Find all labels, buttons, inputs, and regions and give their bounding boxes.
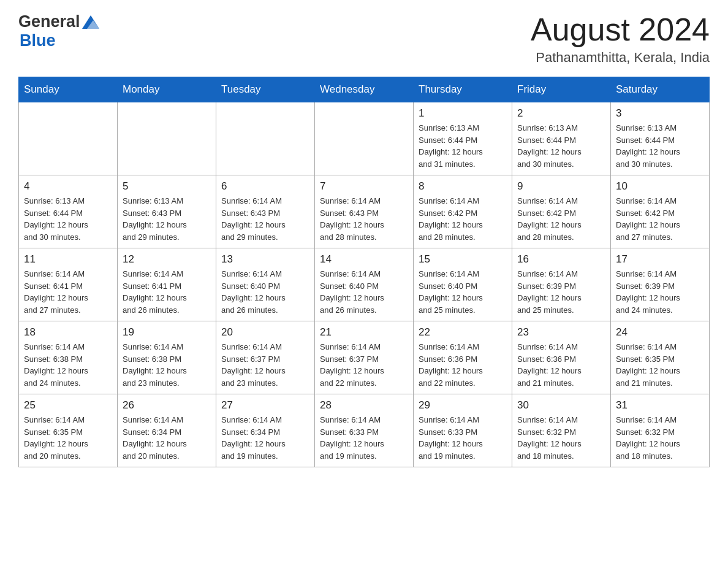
day-info: Sunrise: 6:14 AMSunset: 6:43 PMDaylight:…	[320, 195, 408, 243]
calendar-cell-w1-d4	[315, 102, 414, 175]
day-info: Sunrise: 6:14 AMSunset: 6:35 PMDaylight:…	[616, 341, 704, 389]
day-number: 23	[517, 326, 605, 339]
day-number: 29	[419, 399, 507, 412]
weekday-header-monday: Monday	[118, 77, 216, 102]
day-info: Sunrise: 6:13 AMSunset: 6:44 PMDaylight:…	[419, 122, 507, 170]
calendar-week-1: 1Sunrise: 6:13 AMSunset: 6:44 PMDaylight…	[19, 102, 710, 175]
calendar-cell-w5-d3: 27Sunrise: 6:14 AMSunset: 6:34 PMDayligh…	[216, 394, 315, 467]
day-number: 8	[419, 180, 507, 193]
day-number: 25	[24, 399, 112, 412]
calendar-cell-w4-d5: 22Sunrise: 6:14 AMSunset: 6:36 PMDayligh…	[414, 321, 512, 394]
day-number: 16	[517, 253, 605, 266]
calendar-cell-w4-d2: 19Sunrise: 6:14 AMSunset: 6:38 PMDayligh…	[118, 321, 216, 394]
day-number: 28	[320, 399, 408, 412]
weekday-header-thursday: Thursday	[414, 77, 512, 102]
day-info: Sunrise: 6:14 AMSunset: 6:37 PMDaylight:…	[320, 341, 408, 389]
day-number: 21	[320, 326, 408, 339]
day-number: 30	[517, 399, 605, 412]
location-subtitle: Pathanamthitta, Kerala, India	[531, 50, 710, 66]
day-info: Sunrise: 6:14 AMSunset: 6:41 PMDaylight:…	[123, 268, 211, 316]
logo-general-text: General	[18, 12, 80, 31]
weekday-header-wednesday: Wednesday	[315, 77, 414, 102]
calendar-cell-w3-d6: 16Sunrise: 6:14 AMSunset: 6:39 PMDayligh…	[512, 248, 611, 321]
day-number: 9	[517, 180, 605, 193]
calendar-cell-w2-d1: 4Sunrise: 6:13 AMSunset: 6:44 PMDaylight…	[19, 175, 118, 248]
day-info: Sunrise: 6:13 AMSunset: 6:44 PMDaylight:…	[24, 195, 112, 243]
day-info: Sunrise: 6:14 AMSunset: 6:42 PMDaylight:…	[517, 195, 605, 243]
day-info: Sunrise: 6:14 AMSunset: 6:42 PMDaylight:…	[616, 195, 704, 243]
day-number: 17	[616, 253, 704, 266]
day-info: Sunrise: 6:14 AMSunset: 6:40 PMDaylight:…	[221, 268, 309, 316]
day-info: Sunrise: 6:14 AMSunset: 6:33 PMDaylight:…	[419, 414, 507, 462]
day-number: 6	[221, 180, 309, 193]
month-year-title: August 2024	[531, 12, 710, 47]
weekday-header-friday: Friday	[512, 77, 611, 102]
weekday-header-tuesday: Tuesday	[216, 77, 315, 102]
calendar-cell-w2-d5: 8Sunrise: 6:14 AMSunset: 6:42 PMDaylight…	[414, 175, 512, 248]
day-number: 22	[419, 326, 507, 339]
day-number: 10	[616, 180, 704, 193]
day-info: Sunrise: 6:14 AMSunset: 6:40 PMDaylight:…	[419, 268, 507, 316]
calendar-cell-w3-d2: 12Sunrise: 6:14 AMSunset: 6:41 PMDayligh…	[118, 248, 216, 321]
logo-icon-area	[82, 14, 99, 29]
weekday-header-row: SundayMondayTuesdayWednesdayThursdayFrid…	[19, 77, 710, 102]
calendar-cell-w5-d5: 29Sunrise: 6:14 AMSunset: 6:33 PMDayligh…	[414, 394, 512, 467]
day-info: Sunrise: 6:14 AMSunset: 6:36 PMDaylight:…	[419, 341, 507, 389]
calendar-cell-w5-d1: 25Sunrise: 6:14 AMSunset: 6:35 PMDayligh…	[19, 394, 118, 467]
calendar-week-2: 4Sunrise: 6:13 AMSunset: 6:44 PMDaylight…	[19, 175, 710, 248]
day-number: 1	[419, 107, 507, 120]
day-number: 31	[616, 399, 704, 412]
calendar-cell-w2-d6: 9Sunrise: 6:14 AMSunset: 6:42 PMDaylight…	[512, 175, 611, 248]
day-number: 13	[221, 253, 309, 266]
day-info: Sunrise: 6:14 AMSunset: 6:33 PMDaylight:…	[320, 414, 408, 462]
day-info: Sunrise: 6:14 AMSunset: 6:35 PMDaylight:…	[24, 414, 112, 462]
day-info: Sunrise: 6:14 AMSunset: 6:38 PMDaylight:…	[24, 341, 112, 389]
calendar-cell-w2-d3: 6Sunrise: 6:14 AMSunset: 6:43 PMDaylight…	[216, 175, 315, 248]
day-number: 27	[221, 399, 309, 412]
day-info: Sunrise: 6:14 AMSunset: 6:32 PMDaylight:…	[517, 414, 605, 462]
day-number: 19	[123, 326, 211, 339]
calendar-cell-w3-d5: 15Sunrise: 6:14 AMSunset: 6:40 PMDayligh…	[414, 248, 512, 321]
calendar-cell-w1-d3	[216, 102, 315, 175]
calendar-cell-w4-d3: 20Sunrise: 6:14 AMSunset: 6:37 PMDayligh…	[216, 321, 315, 394]
day-info: Sunrise: 6:13 AMSunset: 6:43 PMDaylight:…	[123, 195, 211, 243]
day-info: Sunrise: 6:14 AMSunset: 6:40 PMDaylight:…	[320, 268, 408, 316]
calendar-week-3: 11Sunrise: 6:14 AMSunset: 6:41 PMDayligh…	[19, 248, 710, 321]
calendar-cell-w3-d4: 14Sunrise: 6:14 AMSunset: 6:40 PMDayligh…	[315, 248, 414, 321]
calendar-cell-w2-d2: 5Sunrise: 6:13 AMSunset: 6:43 PMDaylight…	[118, 175, 216, 248]
calendar-cell-w4-d4: 21Sunrise: 6:14 AMSunset: 6:37 PMDayligh…	[315, 321, 414, 394]
calendar-cell-w1-d6: 2Sunrise: 6:13 AMSunset: 6:44 PMDaylight…	[512, 102, 611, 175]
calendar-cell-w3-d7: 17Sunrise: 6:14 AMSunset: 6:39 PMDayligh…	[611, 248, 710, 321]
calendar-cell-w5-d7: 31Sunrise: 6:14 AMSunset: 6:32 PMDayligh…	[611, 394, 710, 467]
title-area: August 2024 Pathanamthitta, Kerala, Indi…	[531, 12, 710, 66]
calendar-cell-w1-d2	[118, 102, 216, 175]
calendar-cell-w1-d1	[19, 102, 118, 175]
day-number: 15	[419, 253, 507, 266]
day-number: 11	[24, 253, 112, 266]
day-number: 20	[221, 326, 309, 339]
calendar-cell-w1-d5: 1Sunrise: 6:13 AMSunset: 6:44 PMDaylight…	[414, 102, 512, 175]
day-info: Sunrise: 6:14 AMSunset: 6:39 PMDaylight:…	[517, 268, 605, 316]
day-info: Sunrise: 6:14 AMSunset: 6:34 PMDaylight:…	[123, 414, 211, 462]
day-number: 5	[123, 180, 211, 193]
calendar-cell-w5-d6: 30Sunrise: 6:14 AMSunset: 6:32 PMDayligh…	[512, 394, 611, 467]
calendar-cell-w3-d3: 13Sunrise: 6:14 AMSunset: 6:40 PMDayligh…	[216, 248, 315, 321]
day-info: Sunrise: 6:13 AMSunset: 6:44 PMDaylight:…	[517, 122, 605, 170]
day-info: Sunrise: 6:14 AMSunset: 6:41 PMDaylight:…	[24, 268, 112, 316]
day-info: Sunrise: 6:14 AMSunset: 6:34 PMDaylight:…	[221, 414, 309, 462]
calendar-cell-w2-d7: 10Sunrise: 6:14 AMSunset: 6:42 PMDayligh…	[611, 175, 710, 248]
day-info: Sunrise: 6:14 AMSunset: 6:42 PMDaylight:…	[419, 195, 507, 243]
day-number: 18	[24, 326, 112, 339]
day-info: Sunrise: 6:14 AMSunset: 6:32 PMDaylight:…	[616, 414, 704, 462]
calendar-cell-w4-d7: 24Sunrise: 6:14 AMSunset: 6:35 PMDayligh…	[611, 321, 710, 394]
logo-triangle-icon	[82, 14, 99, 29]
page-header: General Blue August 2024 Pathanamthitta,…	[18, 12, 710, 66]
day-number: 4	[24, 180, 112, 193]
day-info: Sunrise: 6:14 AMSunset: 6:37 PMDaylight:…	[221, 341, 309, 389]
day-number: 26	[123, 399, 211, 412]
calendar-week-5: 25Sunrise: 6:14 AMSunset: 6:35 PMDayligh…	[19, 394, 710, 467]
day-number: 14	[320, 253, 408, 266]
calendar-cell-w4-d1: 18Sunrise: 6:14 AMSunset: 6:38 PMDayligh…	[19, 321, 118, 394]
calendar-table: SundayMondayTuesdayWednesdayThursdayFrid…	[18, 77, 710, 467]
logo: General Blue	[18, 12, 99, 50]
